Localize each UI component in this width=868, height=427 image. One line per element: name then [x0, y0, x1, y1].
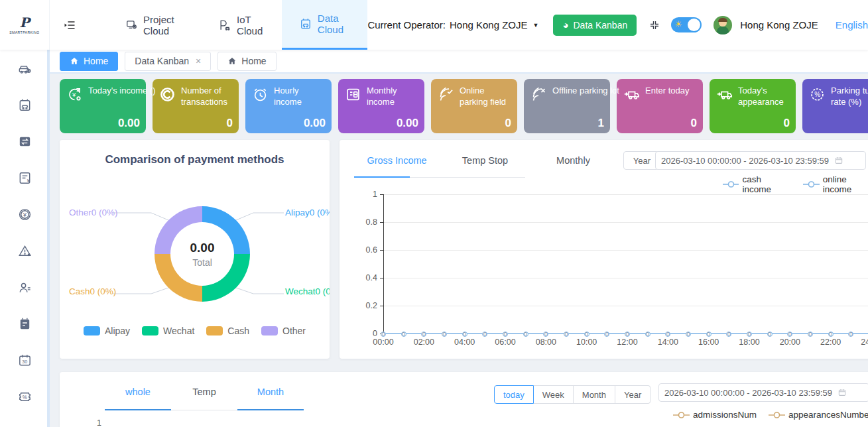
sidebar-item-monthly-card[interactable]: 30: [13, 352, 37, 368]
menu-label: Project Cloud: [143, 14, 184, 36]
data-point-label: 0: [786, 330, 794, 337]
sidebar-item-ledger[interactable]: [13, 316, 37, 332]
user-search-icon: [17, 280, 32, 295]
stat-cards-row: ¥ Today's income () 0.00 Number of trans…: [60, 79, 868, 133]
range-button-month[interactable]: Month: [574, 385, 615, 404]
donut-legend: Alipay Wechat Cash Other: [60, 326, 330, 336]
range-button-year[interactable]: Year: [615, 385, 651, 404]
legend-item-other[interactable]: Other: [261, 326, 306, 336]
tab-monthly[interactable]: Monthly: [529, 150, 617, 175]
menu-data-cloud[interactable]: Data Cloud: [282, 0, 368, 50]
sidebar-item-income[interactable]: ¥: [13, 206, 37, 222]
close-icon[interactable]: ×: [196, 56, 201, 66]
sidebar-item-vehicles[interactable]: [13, 60, 37, 76]
sidebar-item-parking-records[interactable]: [13, 97, 37, 113]
chevron-down-icon: ▼: [533, 22, 539, 29]
data-kanban-button[interactable]: ◕ Data Kanban: [553, 15, 637, 36]
stat-card-offline-parking[interactable]: Offline parking lot 1: [524, 79, 610, 133]
data-point-label: 0: [461, 330, 469, 337]
data-point-label: 0: [705, 330, 713, 337]
data-point-label: 0: [481, 330, 489, 337]
home-icon: [227, 56, 237, 66]
legend-item-wechat[interactable]: Wechat: [142, 326, 194, 336]
tab-temp-stop[interactable]: Temp Stop: [441, 150, 529, 175]
data-point-label: 0: [806, 330, 814, 337]
sun-icon: ☀: [674, 19, 682, 30]
data-point-label: 0: [725, 330, 733, 337]
legend-item-alipay[interactable]: Alipay: [84, 326, 130, 336]
stat-card-value: 0: [227, 117, 233, 130]
daterange-value: 2026-03-10 00:00:00 - 2026-03-10 23:59:5…: [661, 156, 829, 166]
tab-month[interactable]: Month: [237, 381, 304, 406]
kanban-button-label: Data Kanban: [574, 20, 628, 30]
stat-card-todays-appearance[interactable]: Today's appearance 0: [710, 79, 796, 133]
main-content: ¥ Today's income () 0.00 Number of trans…: [50, 75, 868, 427]
x-axis-tick: 04:00: [450, 337, 479, 347]
sidebar-item-coupons[interactable]: %: [13, 389, 37, 404]
tab-whole[interactable]: whole: [105, 381, 171, 406]
page-tab-label: Home: [241, 56, 266, 66]
stat-card-value: 0.00: [118, 117, 140, 130]
traffic-tabs: whole Temp Month: [105, 381, 304, 406]
legend-item-cash-income[interactable]: cash income: [723, 174, 791, 194]
income-plot-area[interactable]: 00.20.40.60.8100000000000000000000000000…: [383, 194, 868, 334]
app-root: P SMARTPARKING Project Cloud: [0, 0, 868, 427]
project-cloud-icon: [125, 19, 138, 31]
stat-card-value: 0: [505, 117, 511, 130]
sidebar-item-billing[interactable]: ¥: [13, 170, 37, 186]
stat-card-monthly-income[interactable]: Monthly income 0.00: [338, 79, 424, 133]
stat-card-value: 0.00: [304, 117, 326, 130]
legend-item-admissions[interactable]: admissionsNum: [673, 410, 757, 420]
data-point-label: 0: [420, 330, 428, 337]
calendar-icon: [837, 388, 847, 397]
income-chart-panel: Gross Income Temp Stop Monthly Year 2026…: [340, 140, 868, 359]
daterange-picker[interactable]: 2026-03-10 00:00:00 - 2026-03-10 23:59:5…: [655, 151, 866, 170]
stat-card-label: Today's income (): [88, 85, 155, 96]
page-tab-label: Home: [84, 56, 108, 66]
stat-card-todays-income[interactable]: ¥ Today's income () 0.00: [60, 79, 146, 133]
sidebar-item-members[interactable]: [13, 279, 37, 295]
page-tab-data-kanban[interactable]: Data Kanban ×: [125, 52, 211, 71]
page-tab-home[interactable]: Home: [217, 52, 276, 71]
page-tab-home-active[interactable]: Home: [60, 52, 118, 71]
avatar[interactable]: [713, 16, 732, 34]
coupon-percent-icon: %: [17, 389, 32, 404]
data-point-label: 0: [379, 330, 387, 337]
stat-card-enter-today[interactable]: Enter today 0: [617, 79, 703, 133]
fullscreen-button[interactable]: [649, 19, 660, 31]
stat-card-label: Monthly income: [367, 85, 419, 107]
tab-underline-active: [354, 176, 410, 178]
menu-iot-cloud[interactable]: IoT Cloud: [201, 0, 282, 50]
stat-card-transactions[interactable]: Number of transactions 0: [153, 79, 239, 133]
current-username: Hong Kong ZOJE: [740, 19, 818, 30]
tab-underline-month: [237, 409, 304, 410]
operator-select[interactable]: Current Operator: Hong Kong ZOJE ▼: [367, 19, 538, 30]
traffic-y-tick: 1: [97, 418, 101, 427]
stat-card-parking-turnover[interactable]: % Parking turnover rate (%): [802, 79, 868, 133]
legend-swatch: [142, 326, 158, 336]
range-button-week[interactable]: Week: [534, 385, 574, 404]
legend-item-cash[interactable]: Cash: [206, 326, 249, 336]
legend-item-online-income[interactable]: online income: [803, 174, 868, 194]
sidebar-item-entry-exit[interactable]: [13, 133, 37, 149]
gridline: [383, 194, 868, 195]
menu-project-cloud[interactable]: Project Cloud: [108, 0, 201, 50]
sidebar-item-alerts[interactable]: [13, 243, 37, 259]
daterange-value: 2026-03-10 00:00:00 - 2026-03-10 23:59:5…: [664, 388, 832, 398]
y-axis-tick: 0.6: [366, 245, 377, 255]
stat-card-hourly-income[interactable]: Hourly income 0.00: [245, 79, 332, 133]
language-switch-link[interactable]: English: [836, 19, 868, 30]
calendar-doc-icon: [344, 85, 362, 103]
tab-underline-track: [171, 410, 237, 410]
legend-swatch: [84, 326, 100, 336]
stat-card-online-parking[interactable]: Online parking field 0: [431, 79, 517, 133]
tab-temp[interactable]: Temp: [171, 381, 237, 406]
legend-item-appearances[interactable]: appearancesNumber: [769, 410, 868, 420]
range-button-today[interactable]: today: [494, 385, 534, 404]
x-axis-tick: 10:00: [572, 337, 601, 347]
page-tabbar: Home Data Kanban × Home: [50, 50, 868, 74]
sidebar-collapse-button[interactable]: [63, 19, 76, 32]
daterange-picker[interactable]: 2026-03-10 00:00:00 - 2026-03-10 23:59:5…: [658, 383, 868, 402]
theme-toggle[interactable]: ☀: [671, 17, 702, 32]
tab-gross-income[interactable]: Gross Income: [353, 150, 441, 175]
